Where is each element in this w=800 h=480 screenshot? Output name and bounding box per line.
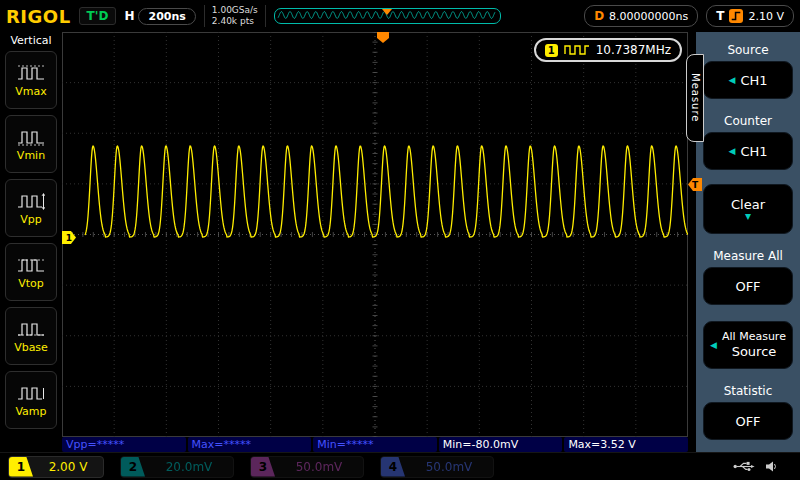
sidebar-item-label: Vbase	[14, 341, 48, 354]
sidebar-item-vmin[interactable]: Vmin	[5, 115, 57, 173]
top-bar: RIGOL T'D H 200ns 1.00GSa/s 2.40k pts D …	[0, 0, 800, 32]
delay-value: 8.00000000ns	[609, 10, 688, 23]
measure-all-value: OFF	[735, 279, 760, 294]
channel1-status[interactable]: 1 2.00 V	[8, 456, 104, 478]
channel4-status[interactable]: 4 50.0mV	[380, 456, 494, 478]
vmax-icon	[17, 63, 45, 83]
measurement-max[interactable]: Max=3.52 V	[564, 437, 688, 452]
clear-button[interactable]: Clear ▾	[703, 184, 793, 234]
menu-label-statistic: Statistic	[702, 384, 794, 398]
square-wave-icon	[564, 44, 590, 56]
timebase-value[interactable]: 200ns	[138, 8, 195, 25]
channel3-status[interactable]: 3 50.0mV	[250, 456, 364, 478]
statistic-button[interactable]: OFF	[703, 402, 793, 440]
channel2-status[interactable]: 2 20.0mV	[120, 456, 234, 478]
sidebar-item-vbase[interactable]: Vbase	[5, 307, 57, 365]
menu-label-counter: Counter	[702, 114, 794, 128]
horizontal-group: H 200ns	[124, 8, 195, 25]
vamp-icon	[17, 383, 45, 403]
speaker-icon	[765, 460, 778, 473]
sidebar-item-label: Vmax	[15, 85, 47, 98]
rigol-logo: RIGOL	[6, 6, 71, 27]
vertical-measure-sidebar: Vertical Vmax Vmin Vpp Vtop Vbase Vamp	[0, 32, 62, 437]
trigger-level-value: 2.10 V	[748, 10, 784, 23]
channel4-scale: 50.0mV	[405, 460, 493, 474]
status-icons	[733, 460, 792, 473]
statistic-value: OFF	[735, 414, 760, 429]
left-arrow-icon: ◀	[728, 75, 735, 85]
menu-label-source: Source	[702, 43, 794, 57]
frequency-counter: 1 10.7387MHz	[534, 38, 682, 62]
channel1-scale: 2.00 V	[33, 460, 103, 474]
counter-button[interactable]: ◀ CH1	[703, 132, 793, 170]
all-measure-line2: Source	[732, 344, 777, 360]
measurement-vpp[interactable]: Vpp=*****	[62, 437, 186, 452]
graticule-and-trace	[62, 32, 688, 437]
waveform-position-indicator[interactable]	[274, 8, 501, 24]
all-measure-line1: All Measure	[722, 330, 786, 344]
memory-waveform-thumbnail	[275, 9, 498, 21]
trigger-readout[interactable]: T 2.10 V	[706, 5, 794, 27]
memory-depth: 2.40k pts	[212, 16, 258, 27]
waveform-display: 1 1 10.7387MHz	[62, 32, 688, 437]
trigger-status-badge: T'D	[79, 7, 117, 25]
down-arrow-icon: ▾	[745, 212, 751, 220]
menu-section-counter: Counter ◀ CH1	[702, 109, 794, 170]
menu-section-statistic: Statistic OFF	[702, 379, 794, 440]
measurement-bar: Vpp=***** Max=***** Min=***** Min=-80.0m…	[62, 437, 688, 452]
left-arrow-icon: ◀	[710, 340, 717, 350]
menu-label-measure-all: Measure All	[702, 249, 794, 263]
measurement-min-pending[interactable]: Min=*****	[313, 437, 437, 452]
trigger-label: T	[716, 9, 724, 23]
vpp-icon	[17, 191, 45, 211]
channel4-badge: 4	[381, 457, 405, 477]
sidebar-item-vtop[interactable]: Vtop	[5, 243, 57, 301]
sidebar-item-vpp[interactable]: Vpp	[5, 179, 57, 237]
vtop-icon	[17, 255, 45, 275]
oscilloscope-screen: RIGOL T'D H 200ns 1.00GSa/s 2.40k pts D …	[0, 0, 800, 480]
sidebar-title: Vertical	[10, 34, 51, 47]
sidebar-item-label: Vpp	[20, 213, 42, 226]
measurement-max-pending[interactable]: Max=*****	[188, 437, 312, 452]
freq-counter-channel-badge: 1	[545, 44, 558, 57]
channel2-badge: 2	[121, 457, 145, 477]
menu-section-source: Source ◀ CH1	[702, 38, 794, 99]
delay-readout[interactable]: D 8.00000000ns	[584, 5, 698, 27]
menu-section-measure-all: Measure All OFF	[702, 244, 794, 305]
usb-icon	[733, 460, 755, 473]
channel1-badge: 1	[9, 457, 33, 477]
trigger-level-marker[interactable]: T	[688, 178, 702, 191]
sample-rate: 1.00GSa/s	[212, 5, 258, 16]
menu-panel: Source ◀ CH1 Counter ◀ CH1 Clear ▾ Measu…	[696, 32, 800, 452]
channel3-scale: 50.0mV	[275, 460, 363, 474]
sidebar-item-label: Vtop	[18, 277, 44, 290]
measure-all-button[interactable]: OFF	[703, 267, 793, 305]
acquisition-info: 1.00GSa/s 2.40k pts	[204, 5, 266, 28]
channel2-scale: 20.0mV	[145, 460, 233, 474]
sidebar-item-vamp[interactable]: Vamp	[5, 371, 57, 429]
left-arrow-icon: ◀	[728, 146, 735, 156]
measurement-min[interactable]: Min=-80.0mV	[439, 437, 563, 452]
counter-value: CH1	[740, 144, 767, 159]
freq-counter-value: 10.7387MHz	[596, 43, 671, 57]
source-button[interactable]: ◀ CH1	[703, 61, 793, 99]
channel-status-bar: 1 2.00 V 2 20.0mV 3 50.0mV 4 50.0mV	[0, 452, 800, 480]
source-value: CH1	[740, 73, 767, 88]
sidebar-item-label: Vmin	[17, 149, 45, 162]
vmin-icon	[17, 127, 45, 147]
measure-menu-tab[interactable]: Measure	[686, 54, 704, 142]
channel3-badge: 3	[251, 457, 275, 477]
trigger-edge-icon	[729, 9, 743, 23]
vbase-icon	[17, 319, 45, 339]
horizontal-label: H	[124, 9, 134, 23]
all-measure-source-button[interactable]: ◀ All Measure Source	[703, 321, 793, 369]
delay-label: D	[594, 9, 604, 23]
sidebar-item-vmax[interactable]: Vmax	[5, 51, 57, 109]
sidebar-item-label: Vamp	[15, 405, 46, 418]
